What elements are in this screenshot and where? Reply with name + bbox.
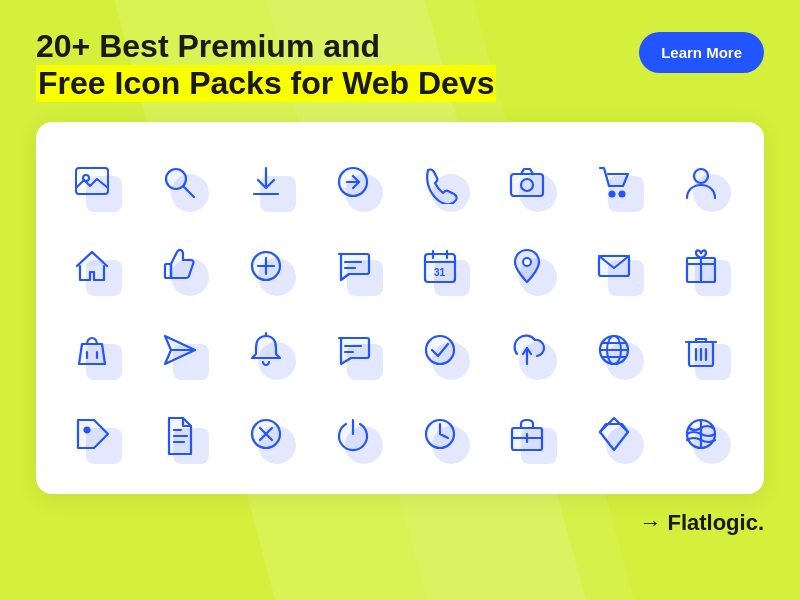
- shopping-bag-icon: [52, 310, 132, 390]
- trash-icon: [661, 310, 741, 390]
- search-icon: [139, 142, 219, 222]
- svg-point-46: [85, 427, 90, 432]
- globe-icon: [574, 310, 654, 390]
- icon-card: 31: [36, 122, 764, 494]
- learn-more-button[interactable]: Learn More: [639, 32, 764, 73]
- location-icon: [487, 226, 567, 306]
- phone-icon: [400, 142, 480, 222]
- svg-text:31: 31: [434, 267, 446, 278]
- svg-point-10: [694, 169, 708, 183]
- image-icon: [52, 142, 132, 222]
- document-icon: [139, 394, 219, 474]
- svg-rect-12: [165, 264, 171, 278]
- home-icon: [52, 226, 132, 306]
- diamond-icon: [574, 394, 654, 474]
- camera-icon: [487, 142, 567, 222]
- svg-point-23: [523, 258, 531, 266]
- earth-icon: [661, 394, 741, 474]
- mail-icon: [574, 226, 654, 306]
- chat-icon: [313, 226, 393, 306]
- plus-circle-icon: [226, 226, 306, 306]
- footer: → Flatlogic.: [0, 510, 800, 536]
- tag-icon: [52, 394, 132, 474]
- arrow-right-circle-icon: [313, 142, 393, 222]
- svg-point-2: [166, 169, 186, 189]
- icon-grid: 31: [52, 142, 748, 474]
- upload-cloud-icon: [487, 310, 567, 390]
- svg-point-8: [610, 191, 615, 196]
- brand-name: Flatlogic.: [667, 510, 764, 536]
- brand-arrow-icon: →: [639, 510, 661, 536]
- user-icon: [661, 142, 741, 222]
- title-block: 20+ Best Premium and Free Icon Packs for…: [36, 28, 496, 102]
- download-icon: [226, 142, 306, 222]
- header: 20+ Best Premium and Free Icon Packs for…: [0, 0, 800, 102]
- check-circle-icon: [400, 310, 480, 390]
- svg-rect-0: [76, 168, 108, 194]
- calendar-icon: 31: [400, 226, 480, 306]
- brand-logo: → Flatlogic.: [639, 510, 764, 536]
- svg-point-9: [620, 191, 625, 196]
- title-line2: Free Icon Packs for Web Devs: [36, 65, 496, 102]
- message-icon: [313, 310, 393, 390]
- svg-rect-6: [511, 174, 543, 196]
- close-circle-icon: [226, 394, 306, 474]
- svg-line-3: [184, 187, 194, 197]
- cart-icon: [574, 142, 654, 222]
- svg-point-34: [426, 336, 454, 364]
- briefcase-icon: [487, 394, 567, 474]
- power-icon: [313, 394, 393, 474]
- thumbs-up-icon: [139, 226, 219, 306]
- send-icon: [139, 310, 219, 390]
- gift-icon: [661, 226, 741, 306]
- title-line1: 20+ Best Premium and: [36, 28, 496, 65]
- bell-icon: [226, 310, 306, 390]
- clock-icon: [400, 394, 480, 474]
